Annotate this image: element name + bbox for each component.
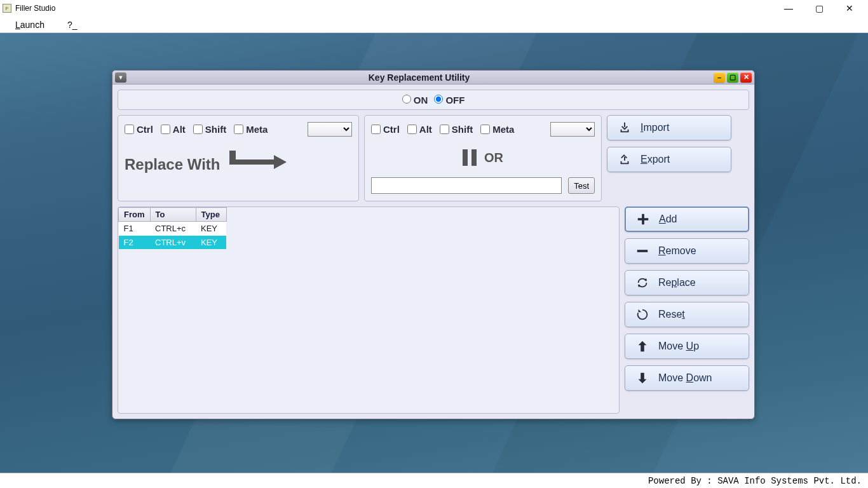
dialog-maximize-button[interactable]: ▢ bbox=[727, 72, 738, 83]
menubar: Launch ?_ bbox=[0, 17, 868, 33]
menu-help[interactable]: ?_ bbox=[67, 20, 78, 30]
test-button[interactable]: Test bbox=[568, 177, 595, 194]
or-separator: OR bbox=[371, 149, 595, 166]
key-replacement-dialog: ▼ Key Replacement Utility – ▢ ✕ ON OFF C… bbox=[112, 70, 755, 419]
tgt-alt-checkbox[interactable] bbox=[407, 125, 417, 134]
minus-icon bbox=[635, 244, 649, 258]
close-button[interactable]: ✕ bbox=[840, 2, 859, 15]
on-label: ON bbox=[414, 95, 428, 105]
tgt-shift-label[interactable]: Shift bbox=[440, 124, 473, 135]
refresh-icon bbox=[635, 276, 649, 290]
tgt-ctrl-label[interactable]: Ctrl bbox=[371, 124, 400, 135]
mappings-table[interactable]: From To Type F1CTRL+cKEYF2CTRL+vKEY bbox=[118, 207, 227, 250]
moveup-button[interactable]: Move Up bbox=[625, 334, 749, 359]
replace-with-label: Replace With bbox=[125, 156, 352, 173]
menu-launch[interactable]: Launch bbox=[15, 20, 44, 30]
window-titlebar: F Filler Studio — ▢ ✕ bbox=[0, 0, 868, 17]
col-to[interactable]: To bbox=[150, 208, 196, 222]
tgt-shift-checkbox[interactable] bbox=[440, 125, 449, 134]
off-label: OFF bbox=[445, 95, 465, 105]
statusbar-text: Powered By : SAVA Info Systems Pvt. Ltd. bbox=[648, 476, 862, 486]
desktop-background: ▼ Key Replacement Utility – ▢ ✕ ON OFF C… bbox=[0, 33, 868, 473]
dialog-menu-icon[interactable]: ▼ bbox=[115, 72, 126, 83]
tgt-key-select[interactable] bbox=[550, 122, 595, 137]
pause-icon bbox=[463, 149, 477, 166]
dialog-minimize-button[interactable]: – bbox=[714, 72, 725, 83]
plus-icon bbox=[636, 212, 650, 226]
dialog-title: Key Replacement Utility bbox=[126, 72, 712, 83]
undo-icon bbox=[635, 308, 649, 322]
export-icon bbox=[618, 152, 632, 166]
remove-button[interactable]: Remove bbox=[625, 238, 749, 264]
minimize-button[interactable]: — bbox=[779, 2, 798, 15]
src-key-select[interactable] bbox=[308, 122, 352, 137]
tgt-meta-checkbox[interactable] bbox=[480, 125, 490, 134]
statusbar: Powered By : SAVA Info Systems Pvt. Ltd. bbox=[0, 473, 868, 488]
test-input[interactable] bbox=[371, 177, 562, 194]
add-button[interactable]: Add bbox=[625, 207, 749, 232]
arrow-down-icon bbox=[635, 371, 649, 385]
on-radio-label[interactable]: ON bbox=[402, 95, 428, 105]
app-icon: F bbox=[3, 4, 11, 13]
source-modifier-panel: Ctrl Alt Shift Meta Replace With bbox=[118, 115, 359, 201]
on-radio[interactable] bbox=[402, 95, 411, 104]
table-row[interactable]: F2CTRL+vKEY bbox=[119, 236, 227, 250]
src-meta-checkbox[interactable] bbox=[234, 125, 243, 134]
replace-button[interactable]: Replace bbox=[625, 270, 749, 295]
tgt-meta-label[interactable]: Meta bbox=[480, 124, 514, 135]
reset-button[interactable]: Reset bbox=[625, 302, 749, 327]
col-type[interactable]: Type bbox=[196, 208, 226, 222]
src-ctrl-checkbox[interactable] bbox=[125, 125, 134, 134]
maximize-button[interactable]: ▢ bbox=[810, 2, 829, 15]
table-row[interactable]: F1CTRL+cKEY bbox=[119, 222, 227, 236]
export-button[interactable]: Export bbox=[607, 147, 731, 172]
src-alt-label[interactable]: Alt bbox=[161, 124, 186, 135]
src-meta-label[interactable]: Meta bbox=[234, 124, 268, 135]
src-shift-checkbox[interactable] bbox=[193, 125, 203, 134]
off-radio[interactable] bbox=[434, 95, 443, 104]
target-modifier-panel: Ctrl Alt Shift Meta OR Test bbox=[364, 115, 602, 201]
tgt-alt-label[interactable]: Alt bbox=[407, 124, 432, 135]
dialog-close-button[interactable]: ✕ bbox=[740, 72, 752, 83]
src-ctrl-label[interactable]: Ctrl bbox=[125, 124, 153, 135]
onoff-panel: ON OFF bbox=[118, 90, 749, 110]
window-title: Filler Studio bbox=[15, 4, 779, 13]
src-alt-checkbox[interactable] bbox=[161, 125, 170, 134]
col-from[interactable]: From bbox=[119, 208, 151, 222]
mappings-table-panel: From To Type F1CTRL+cKEYF2CTRL+vKEY bbox=[118, 207, 620, 414]
off-radio-label[interactable]: OFF bbox=[434, 95, 465, 105]
import-icon bbox=[618, 121, 632, 135]
arrow-right-icon bbox=[229, 156, 287, 173]
import-button[interactable]: Import bbox=[607, 115, 731, 140]
movedown-button[interactable]: Move Down bbox=[625, 365, 749, 391]
arrow-up-icon bbox=[635, 339, 649, 353]
tgt-ctrl-checkbox[interactable] bbox=[371, 125, 381, 134]
src-shift-label[interactable]: Shift bbox=[193, 124, 226, 135]
dialog-titlebar[interactable]: ▼ Key Replacement Utility – ▢ ✕ bbox=[112, 71, 754, 85]
